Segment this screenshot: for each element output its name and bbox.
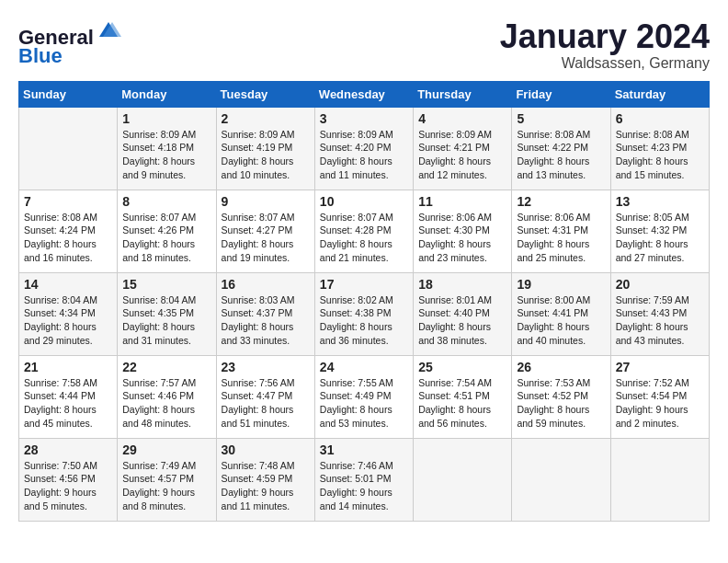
calendar-cell: 2Sunrise: 8:09 AM Sunset: 4:19 PM Daylig… <box>216 107 314 190</box>
calendar-cell: 12Sunrise: 8:06 AM Sunset: 4:31 PM Dayli… <box>512 190 610 272</box>
calendar-cell <box>19 107 118 190</box>
logo-icon <box>96 18 121 44</box>
day-number: 12 <box>517 194 605 209</box>
day-number: 29 <box>122 442 210 457</box>
day-number: 9 <box>222 194 310 209</box>
day-number: 18 <box>418 277 506 292</box>
cell-info: Sunrise: 8:08 AM Sunset: 4:24 PM Dayligh… <box>24 211 112 265</box>
calendar-cell: 23Sunrise: 7:56 AM Sunset: 4:47 PM Dayli… <box>216 355 314 438</box>
cell-info: Sunrise: 8:09 AM Sunset: 4:18 PM Dayligh… <box>122 128 210 182</box>
logo-blue-text: Blue <box>18 44 63 67</box>
week-row-5: 28Sunrise: 7:50 AM Sunset: 4:56 PM Dayli… <box>19 438 710 521</box>
location-text: Waldsassen, Germany <box>500 55 710 72</box>
title-block: January 2024 Waldsassen, Germany <box>500 18 710 72</box>
calendar-cell: 1Sunrise: 8:09 AM Sunset: 4:18 PM Daylig… <box>118 107 216 190</box>
calendar-cell: 20Sunrise: 7:59 AM Sunset: 4:43 PM Dayli… <box>610 272 709 355</box>
calendar-cell: 14Sunrise: 8:04 AM Sunset: 4:34 PM Dayli… <box>19 272 118 355</box>
month-title: January 2024 <box>500 18 710 55</box>
day-number: 26 <box>517 360 605 374</box>
day-number: 23 <box>222 360 310 374</box>
calendar-cell: 15Sunrise: 8:04 AM Sunset: 4:35 PM Dayli… <box>118 272 216 355</box>
day-number: 5 <box>517 111 605 126</box>
cell-info: Sunrise: 8:09 AM Sunset: 4:20 PM Dayligh… <box>320 128 408 182</box>
day-number: 30 <box>222 442 310 457</box>
header-day-thursday: Thursday <box>414 81 512 107</box>
cell-info: Sunrise: 8:04 AM Sunset: 4:34 PM Dayligh… <box>24 293 112 348</box>
logo: General Blue <box>18 18 121 67</box>
day-number: 15 <box>122 277 210 292</box>
cell-info: Sunrise: 8:07 AM Sunset: 4:28 PM Dayligh… <box>320 211 408 265</box>
calendar-cell: 27Sunrise: 7:52 AM Sunset: 4:54 PM Dayli… <box>610 355 709 438</box>
calendar-cell: 19Sunrise: 8:00 AM Sunset: 4:41 PM Dayli… <box>512 272 610 355</box>
cell-info: Sunrise: 8:09 AM Sunset: 4:21 PM Dayligh… <box>418 128 506 182</box>
cell-info: Sunrise: 7:46 AM Sunset: 5:01 PM Dayligh… <box>320 459 408 513</box>
day-number: 14 <box>24 277 112 292</box>
cell-info: Sunrise: 8:00 AM Sunset: 4:41 PM Dayligh… <box>517 293 605 348</box>
cell-info: Sunrise: 7:55 AM Sunset: 4:49 PM Dayligh… <box>320 376 408 431</box>
day-number: 8 <box>122 194 210 209</box>
calendar-cell: 3Sunrise: 8:09 AM Sunset: 4:20 PM Daylig… <box>314 107 413 190</box>
cell-info: Sunrise: 8:07 AM Sunset: 4:27 PM Dayligh… <box>222 211 310 265</box>
calendar-cell: 17Sunrise: 8:02 AM Sunset: 4:38 PM Dayli… <box>314 272 413 355</box>
day-number: 6 <box>616 111 704 126</box>
calendar-cell: 24Sunrise: 7:55 AM Sunset: 4:49 PM Dayli… <box>314 355 413 438</box>
cell-info: Sunrise: 7:48 AM Sunset: 4:59 PM Dayligh… <box>222 459 310 513</box>
calendar-cell: 6Sunrise: 8:08 AM Sunset: 4:23 PM Daylig… <box>610 107 709 190</box>
cell-info: Sunrise: 8:04 AM Sunset: 4:35 PM Dayligh… <box>122 293 210 348</box>
day-number: 16 <box>222 277 310 292</box>
calendar-cell <box>512 438 610 521</box>
calendar-cell <box>610 438 709 521</box>
calendar-body: 1Sunrise: 8:09 AM Sunset: 4:18 PM Daylig… <box>19 107 710 521</box>
week-row-3: 14Sunrise: 8:04 AM Sunset: 4:34 PM Dayli… <box>19 272 710 355</box>
header-day-monday: Monday <box>118 81 216 107</box>
cell-info: Sunrise: 7:49 AM Sunset: 4:57 PM Dayligh… <box>122 459 210 513</box>
cell-info: Sunrise: 8:05 AM Sunset: 4:32 PM Dayligh… <box>616 211 704 265</box>
day-number: 13 <box>616 194 704 209</box>
cell-info: Sunrise: 8:06 AM Sunset: 4:31 PM Dayligh… <box>517 211 605 265</box>
day-number: 11 <box>418 194 506 209</box>
header-day-tuesday: Tuesday <box>216 81 314 107</box>
header-day-sunday: Sunday <box>19 81 118 107</box>
day-number: 21 <box>24 360 112 374</box>
cell-info: Sunrise: 8:07 AM Sunset: 4:26 PM Dayligh… <box>122 211 210 265</box>
day-number: 28 <box>24 442 112 457</box>
day-number: 22 <box>122 360 210 374</box>
calendar-cell: 7Sunrise: 8:08 AM Sunset: 4:24 PM Daylig… <box>19 190 118 272</box>
cell-info: Sunrise: 7:57 AM Sunset: 4:46 PM Dayligh… <box>122 376 210 431</box>
cell-info: Sunrise: 8:03 AM Sunset: 4:37 PM Dayligh… <box>222 293 310 348</box>
cell-info: Sunrise: 8:06 AM Sunset: 4:30 PM Dayligh… <box>418 211 506 265</box>
calendar-cell: 9Sunrise: 8:07 AM Sunset: 4:27 PM Daylig… <box>216 190 314 272</box>
cell-info: Sunrise: 8:09 AM Sunset: 4:19 PM Dayligh… <box>222 128 310 182</box>
day-number: 1 <box>122 111 210 126</box>
cell-info: Sunrise: 8:02 AM Sunset: 4:38 PM Dayligh… <box>320 293 408 348</box>
day-number: 20 <box>616 277 704 292</box>
cell-info: Sunrise: 7:53 AM Sunset: 4:52 PM Dayligh… <box>517 376 605 431</box>
cell-info: Sunrise: 8:08 AM Sunset: 4:22 PM Dayligh… <box>517 128 605 182</box>
day-number: 27 <box>616 360 704 374</box>
day-number: 17 <box>320 277 408 292</box>
cell-info: Sunrise: 7:59 AM Sunset: 4:43 PM Dayligh… <box>616 293 704 348</box>
day-number: 31 <box>320 442 408 457</box>
calendar-cell: 30Sunrise: 7:48 AM Sunset: 4:59 PM Dayli… <box>216 438 314 521</box>
cell-info: Sunrise: 7:50 AM Sunset: 4:56 PM Dayligh… <box>24 459 112 513</box>
day-number: 24 <box>320 360 408 374</box>
calendar-cell: 5Sunrise: 8:08 AM Sunset: 4:22 PM Daylig… <box>512 107 610 190</box>
header-day-wednesday: Wednesday <box>314 81 413 107</box>
day-number: 4 <box>418 111 506 126</box>
cell-info: Sunrise: 7:58 AM Sunset: 4:44 PM Dayligh… <box>24 376 112 431</box>
day-number: 2 <box>222 111 310 126</box>
calendar-table: SundayMondayTuesdayWednesdayThursdayFrid… <box>18 81 710 522</box>
week-row-1: 1Sunrise: 8:09 AM Sunset: 4:18 PM Daylig… <box>19 107 710 190</box>
calendar-cell: 26Sunrise: 7:53 AM Sunset: 4:52 PM Dayli… <box>512 355 610 438</box>
calendar-cell: 16Sunrise: 8:03 AM Sunset: 4:37 PM Dayli… <box>216 272 314 355</box>
calendar-cell: 4Sunrise: 8:09 AM Sunset: 4:21 PM Daylig… <box>414 107 512 190</box>
day-number: 19 <box>517 277 605 292</box>
calendar-cell: 10Sunrise: 8:07 AM Sunset: 4:28 PM Dayli… <box>314 190 413 272</box>
calendar-cell: 21Sunrise: 7:58 AM Sunset: 4:44 PM Dayli… <box>19 355 118 438</box>
cell-info: Sunrise: 7:52 AM Sunset: 4:54 PM Dayligh… <box>616 376 704 431</box>
header-row: SundayMondayTuesdayWednesdayThursdayFrid… <box>19 81 710 107</box>
calendar-cell <box>414 438 512 521</box>
calendar-cell: 8Sunrise: 8:07 AM Sunset: 4:26 PM Daylig… <box>118 190 216 272</box>
header-day-friday: Friday <box>512 81 610 107</box>
calendar-cell: 11Sunrise: 8:06 AM Sunset: 4:30 PM Dayli… <box>414 190 512 272</box>
